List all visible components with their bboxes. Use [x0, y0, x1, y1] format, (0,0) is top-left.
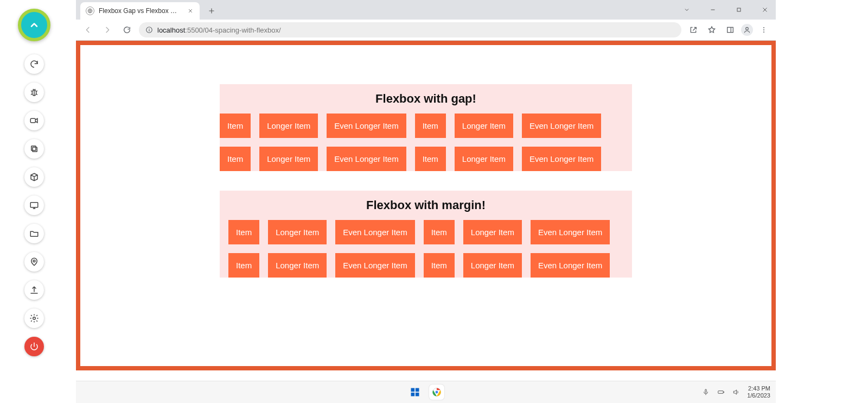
- forward-button[interactable]: [100, 22, 115, 37]
- star-icon: [707, 26, 716, 34]
- minimize-icon: [710, 7, 716, 13]
- start-button[interactable]: [407, 385, 423, 400]
- video-button[interactable]: [24, 111, 44, 130]
- volume-icon: [732, 388, 740, 396]
- page-content: Flexbox with gap! ItemLonger ItemEven Lo…: [220, 84, 632, 366]
- upload-button[interactable]: [24, 280, 44, 300]
- tab-close-button[interactable]: [187, 7, 194, 15]
- svg-point-11: [746, 27, 749, 30]
- svg-point-21: [435, 391, 438, 394]
- svg-rect-2: [33, 147, 37, 152]
- toolbar-collapse-button[interactable]: [18, 9, 50, 41]
- battery-tray-button[interactable]: [717, 388, 725, 396]
- svg-point-6: [33, 317, 36, 320]
- flex-item: Longer Item: [455, 147, 513, 171]
- location-button[interactable]: [24, 252, 44, 272]
- flex-item: Item: [228, 220, 259, 244]
- settings-button[interactable]: [24, 308, 44, 328]
- chrome-taskbar-button[interactable]: [429, 385, 444, 400]
- date-text: 1/6/2023: [747, 392, 770, 399]
- flex-item: Even Longer Item: [335, 220, 414, 244]
- reload-button[interactable]: [119, 22, 135, 37]
- flex-item: Longer Item: [463, 220, 522, 244]
- info-icon: [145, 26, 153, 34]
- gap-container: ItemLonger ItemEven Longer ItemItemLonge…: [220, 114, 632, 171]
- margin-container: ItemLonger ItemEven Longer ItemItemLonge…: [215, 216, 636, 282]
- svg-rect-1: [30, 118, 35, 123]
- svg-rect-4: [30, 203, 38, 207]
- copy-button[interactable]: [24, 139, 44, 159]
- tab-bar: Flexbox Gap vs Flexbox Margin L...: [76, 0, 776, 20]
- new-tab-button[interactable]: [204, 3, 219, 18]
- flex-item: Even Longer Item: [531, 253, 610, 278]
- flex-item: Even Longer Item: [522, 147, 601, 171]
- svg-rect-16: [416, 388, 419, 392]
- browser-window: Flexbox Gap vs Flexbox Margin L... local…: [76, 0, 776, 370]
- profile-button[interactable]: [741, 24, 753, 36]
- mic-tray-button[interactable]: [701, 388, 710, 396]
- minimize-button[interactable]: [705, 2, 720, 17]
- flex-item: Even Longer Item: [531, 220, 610, 244]
- settings-icon: [29, 313, 39, 323]
- user-icon: [743, 26, 751, 34]
- plus-icon: [208, 7, 215, 15]
- flex-item: Even Longer Item: [327, 147, 406, 171]
- flexbox-gap-section: Flexbox with gap! ItemLonger ItemEven Lo…: [220, 84, 632, 171]
- site-info-button[interactable]: [145, 26, 153, 34]
- copy-icon: [29, 144, 39, 154]
- flex-item: Even Longer Item: [522, 114, 601, 138]
- svg-point-12: [763, 27, 764, 28]
- reload-icon: [123, 26, 131, 34]
- chevron-down-icon: [684, 7, 690, 13]
- bug-button[interactable]: [24, 83, 44, 102]
- share-button[interactable]: [686, 22, 701, 37]
- flex-item: Longer Item: [259, 147, 318, 171]
- folder-button[interactable]: [24, 224, 44, 243]
- side-panel-button[interactable]: [723, 22, 738, 37]
- svg-rect-3: [31, 146, 36, 150]
- maximize-icon: [736, 7, 742, 13]
- svg-rect-23: [718, 391, 723, 394]
- flex-item: Item: [228, 253, 259, 278]
- monitor-button[interactable]: [24, 196, 44, 215]
- power-button[interactable]: [24, 337, 44, 356]
- box-button[interactable]: [24, 167, 44, 187]
- svg-rect-15: [411, 388, 415, 392]
- page-viewport: Flexbox with gap! ItemLonger ItemEven Lo…: [76, 41, 776, 370]
- refresh-button[interactable]: [24, 54, 44, 74]
- location-icon: [29, 257, 39, 267]
- tab-search-button[interactable]: [679, 2, 694, 17]
- kebab-icon: [760, 26, 768, 34]
- flex-item: Even Longer Item: [335, 253, 414, 278]
- svg-rect-24: [724, 392, 724, 393]
- time-text: 2:43 PM: [748, 385, 770, 392]
- maximize-button[interactable]: [731, 2, 746, 17]
- address-bar[interactable]: localhost:5500/04-spacing-with-flexbox/: [139, 22, 681, 37]
- flex-item: Longer Item: [268, 220, 327, 244]
- flex-item: Item: [415, 114, 446, 138]
- svg-point-13: [763, 29, 764, 30]
- flex-item: Longer Item: [259, 114, 318, 138]
- tab-title: Flexbox Gap vs Flexbox Margin L...: [99, 7, 182, 15]
- window-controls: [679, 0, 773, 20]
- volume-tray-button[interactable]: [732, 388, 741, 396]
- svg-rect-17: [411, 393, 415, 396]
- flex-item: Item: [415, 147, 446, 171]
- bookmark-button[interactable]: [704, 22, 719, 37]
- flex-item: Item: [220, 147, 251, 171]
- close-window-button[interactable]: [757, 2, 773, 17]
- floating-toolbar: [18, 9, 50, 356]
- folder-icon: [29, 229, 39, 238]
- monitor-icon: [29, 200, 39, 210]
- back-button[interactable]: [80, 22, 95, 37]
- flex-item: Item: [424, 253, 455, 278]
- menu-button[interactable]: [756, 22, 771, 37]
- flex-item: Longer Item: [463, 253, 522, 278]
- flex-item: Even Longer Item: [327, 114, 406, 138]
- power-icon: [29, 342, 39, 351]
- bug-icon: [29, 87, 39, 97]
- arrow-right-icon: [103, 26, 112, 34]
- clock[interactable]: 2:43 PM 1/6/2023: [747, 385, 770, 399]
- browser-tab[interactable]: Flexbox Gap vs Flexbox Margin L...: [80, 2, 200, 20]
- svg-rect-18: [416, 393, 419, 396]
